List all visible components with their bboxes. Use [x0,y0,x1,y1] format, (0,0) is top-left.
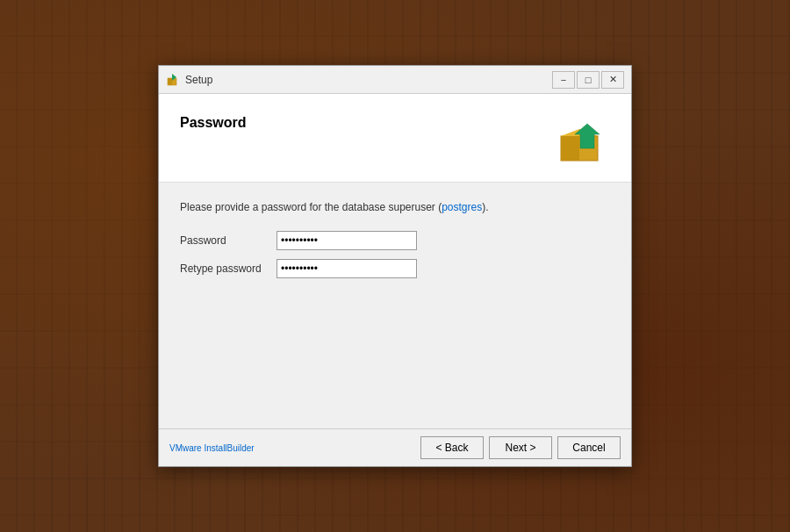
content-area: Password Please provide a password for t… [159,94,631,428]
minimize-button[interactable]: − [552,71,575,89]
back-button[interactable]: < Back [420,436,484,459]
svg-marker-5 [561,129,579,136]
password-row: Password [180,231,610,250]
svg-rect-2 [168,78,172,85]
retype-label: Retype password [180,262,276,275]
password-label: Password [180,234,276,247]
title-bar-title: Setup [185,74,552,86]
title-bar: Setup − □ ✕ [159,66,631,94]
vmware-label: VMware InstallBuilder [169,443,255,453]
password-input[interactable] [276,231,417,250]
cancel-button[interactable]: Cancel [557,436,621,459]
retype-input[interactable] [276,259,417,278]
close-button[interactable]: ✕ [601,71,624,89]
title-bar-controls: − □ ✕ [552,71,624,89]
title-bar-icon [166,73,180,87]
installer-icon [554,111,610,168]
next-button[interactable]: Next > [489,436,552,459]
page-title: Password [180,115,247,131]
footer-section: VMware InstallBuilder < Back Next > Canc… [159,428,631,466]
highlight-text: postgres [442,201,482,213]
retype-row: Retype password [180,259,610,278]
body-section: Please provide a password for the databa… [159,183,631,428]
svg-rect-4 [561,136,579,161]
setup-window: Setup − □ ✕ Password [158,65,632,467]
footer-buttons: < Back Next > Cancel [420,436,621,459]
description-text: Please provide a password for the databa… [180,200,610,215]
maximize-button[interactable]: □ [577,71,600,89]
header-section: Password [159,94,631,183]
